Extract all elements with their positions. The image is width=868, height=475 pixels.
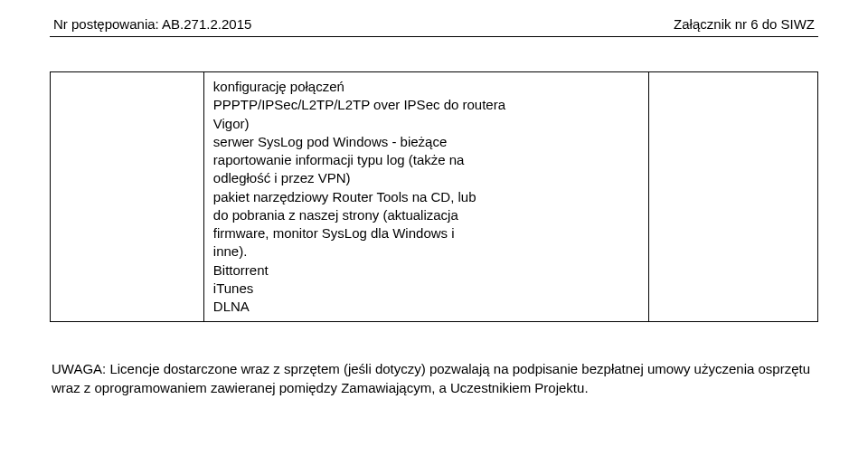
spec-line: inne). bbox=[213, 242, 639, 261]
spec-line: pakiet narzędziowy Router Tools na CD, l… bbox=[213, 188, 639, 206]
spec-line: do pobrania z naszej strony (aktualizacj… bbox=[213, 206, 639, 224]
note-label: UWAGA: bbox=[52, 361, 106, 376]
page-header: Nr postępowania: AB.271.2.2015 Załącznik… bbox=[50, 16, 818, 37]
spec-line: Vigor) bbox=[213, 115, 639, 133]
table-cell-col3 bbox=[649, 72, 818, 322]
spec-line: firmware, monitor SysLog dla Windows i bbox=[213, 224, 639, 242]
table-cell-col2: konfigurację połączeń PPPTP/IPSec/L2TP/L… bbox=[203, 72, 648, 322]
license-note: UWAGA: Licencje dostarczone wraz z sprzę… bbox=[50, 360, 818, 397]
note-text: Licencje dostarczone wraz z sprzętem (je… bbox=[52, 361, 810, 394]
spec-line: serwer SysLog pod Windows - bieżące bbox=[213, 133, 639, 151]
spec-line: DLNA bbox=[213, 298, 639, 316]
spec-content: konfigurację połączeń PPPTP/IPSec/L2TP/L… bbox=[213, 78, 639, 316]
page: Nr postępowania: AB.271.2.2015 Załącznik… bbox=[0, 0, 868, 475]
header-left: Nr postępowania: AB.271.2.2015 bbox=[53, 16, 251, 33]
table-row: konfigurację połączeń PPPTP/IPSec/L2TP/L… bbox=[51, 72, 818, 322]
spec-line: odległość i przez VPN) bbox=[213, 169, 639, 187]
spec-line: PPPTP/IPSec/L2TP/L2TP over IPSec do rout… bbox=[213, 96, 639, 114]
header-right: Załącznik nr 6 do SIWZ bbox=[674, 16, 815, 33]
spec-table: konfigurację połączeń PPPTP/IPSec/L2TP/L… bbox=[50, 71, 818, 322]
table-cell-col1 bbox=[51, 72, 204, 322]
spec-line: konfigurację połączeń bbox=[213, 78, 639, 96]
spec-table-wrap: konfigurację połączeń PPPTP/IPSec/L2TP/L… bbox=[50, 71, 818, 322]
spec-line: Bittorrent bbox=[213, 261, 639, 280]
spec-line: raportowanie informacji typu log (także … bbox=[213, 151, 639, 169]
spec-line: iTunes bbox=[213, 280, 639, 298]
